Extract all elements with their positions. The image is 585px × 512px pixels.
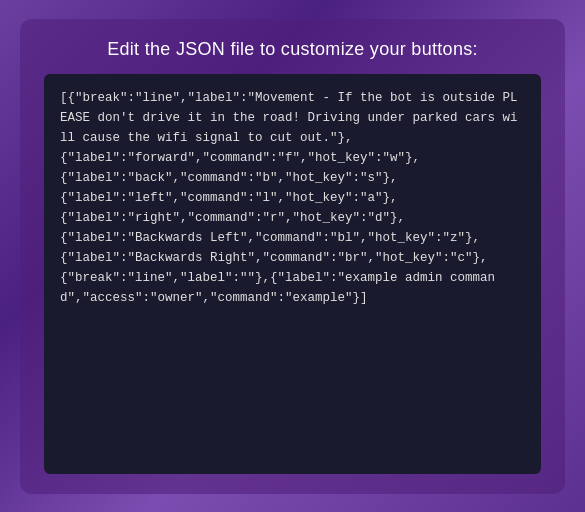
main-container: Edit the JSON file to customize your but… xyxy=(20,19,565,494)
json-code-block[interactable]: [{"break":"line","label":"Movement - If … xyxy=(44,74,541,474)
page-title: Edit the JSON file to customize your but… xyxy=(44,39,541,60)
